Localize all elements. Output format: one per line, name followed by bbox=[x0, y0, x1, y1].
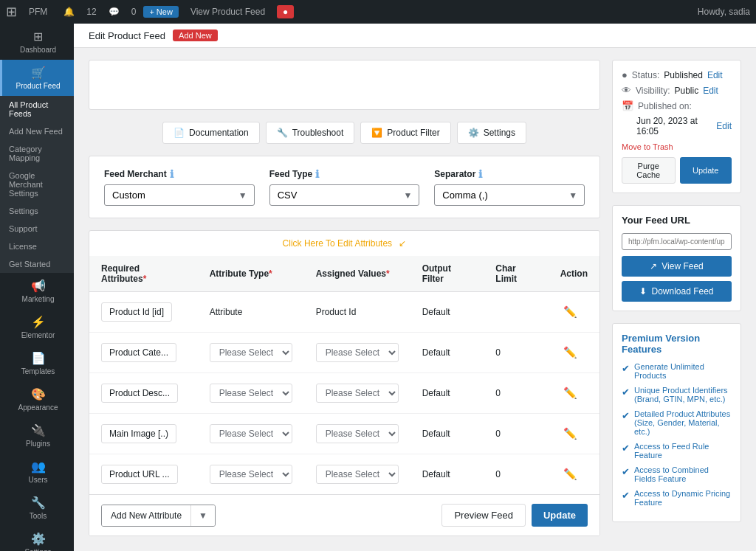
assigned-value-select[interactable]: Please Select bbox=[316, 343, 399, 362]
product-filter-tab[interactable]: 🔽 Product Filter bbox=[360, 122, 450, 144]
add-new-badge[interactable]: Add New bbox=[173, 30, 218, 41]
edit-row-button[interactable]: ✏️ bbox=[560, 384, 580, 403]
sidebar-item-license[interactable]: License bbox=[0, 238, 74, 255]
sidebar-item-all-feeds[interactable]: All Product Feeds bbox=[0, 96, 74, 122]
check-icon: ✔ bbox=[622, 387, 630, 398]
attribute-name-button[interactable]: Product Cate... bbox=[101, 343, 176, 362]
attribute-name-button[interactable]: Product Desc... bbox=[101, 384, 178, 403]
status-edit-link[interactable]: Edit bbox=[707, 70, 723, 80]
edit-row-button[interactable]: ✏️ bbox=[560, 465, 580, 484]
feed-url-input[interactable] bbox=[622, 233, 732, 250]
premium-features-box: Premium Version Features ✔ Generate Unli… bbox=[612, 323, 741, 522]
separator-help-icon[interactable]: ℹ bbox=[478, 168, 482, 180]
edit-row-button[interactable]: ✏️ bbox=[560, 424, 580, 443]
sidebar-item-add-new-feed[interactable]: Add New Feed bbox=[0, 122, 74, 140]
premium-feature-link[interactable]: Access to Dynamic Pricing Feature bbox=[634, 489, 732, 507]
status-value: Published bbox=[664, 70, 703, 80]
sidebar-item-appearance[interactable]: 🎨 Appearance bbox=[0, 381, 74, 417]
sidebar-item-wp-settings[interactable]: ⚙️ Settings bbox=[0, 526, 74, 551]
sidebar-item-plugins[interactable]: 🔌 Plugins bbox=[0, 417, 74, 454]
separator-select[interactable]: Comma (,) bbox=[434, 184, 585, 206]
sidebar-item-dashboard[interactable]: ⊞ Dashboard bbox=[0, 24, 74, 60]
feed-merchant-select[interactable]: Custom bbox=[104, 184, 255, 206]
check-icon: ✔ bbox=[622, 490, 630, 501]
sidebar-item-support[interactable]: Support bbox=[0, 220, 74, 238]
feed-url-title: Your Feed URL bbox=[622, 215, 732, 226]
attribute-type-select[interactable]: Please Select bbox=[210, 384, 292, 403]
wp-logo-icon[interactable]: ⊞ bbox=[6, 4, 17, 20]
attribute-type-select[interactable]: Please Select bbox=[210, 465, 292, 484]
notif-count: 12 bbox=[86, 7, 96, 17]
page-header: Edit Product Feed Add New bbox=[74, 24, 756, 48]
view-product-feed-link[interactable]: View Product Feed bbox=[186, 7, 269, 17]
sidebar-item-tools[interactable]: 🔧 Tools bbox=[0, 490, 74, 526]
output-filter-cell: Default bbox=[410, 333, 484, 373]
edit-attributes-hint[interactable]: Click Here To Edit Attributes ↙ bbox=[89, 231, 599, 256]
published-on-edit-link[interactable]: Edit bbox=[716, 121, 732, 131]
publish-update-button[interactable]: Update bbox=[680, 157, 732, 184]
feed-type-label: Feed Type ℹ bbox=[269, 168, 420, 180]
sidebar-item-templates[interactable]: 📄 Templates bbox=[0, 345, 74, 381]
char-limit-cell: 0 bbox=[484, 414, 548, 454]
sidebar-item-product-feed[interactable]: 🛒 Product Feed bbox=[0, 60, 74, 96]
update-button[interactable]: Update bbox=[532, 504, 588, 527]
add-new-attribute-button[interactable]: Add New Attribute ▼ bbox=[101, 505, 216, 527]
preview-feed-button[interactable]: Preview Feed bbox=[441, 504, 525, 527]
premium-feature-link[interactable]: Detailed Product Attributes (Size, Gende… bbox=[634, 409, 732, 436]
sidebar-item-settings[interactable]: Settings bbox=[0, 202, 74, 220]
purge-cache-button[interactable]: Purge Cache bbox=[622, 157, 676, 184]
howdy-label: Howdy, sadia bbox=[698, 7, 750, 17]
comment-icon[interactable]: 💬 bbox=[104, 7, 124, 17]
visibility-edit-link[interactable]: Edit bbox=[703, 86, 718, 96]
assigned-value-select[interactable]: Please Select bbox=[316, 384, 399, 403]
elementor-icon: ⚡ bbox=[10, 315, 66, 329]
attribute-name-button[interactable]: Main Image [..) bbox=[101, 424, 176, 443]
settings-tab[interactable]: ⚙️ Settings bbox=[457, 122, 526, 144]
pfm-menu-item[interactable]: PFM bbox=[24, 7, 52, 17]
feed-status-indicator: ● bbox=[277, 5, 294, 18]
dashboard-icon: ⊞ bbox=[10, 30, 66, 44]
assigned-value-select[interactable]: Please Select bbox=[316, 424, 399, 443]
feed-title-input[interactable]: Alibaba Product Feed bbox=[104, 75, 585, 94]
view-feed-button[interactable]: ↗ View Feed bbox=[622, 256, 732, 277]
premium-feature-link[interactable]: Access to Feed Rule Feature bbox=[634, 442, 732, 460]
attribute-name-button[interactable]: Product URL ... bbox=[101, 465, 178, 484]
premium-feature-link[interactable]: Unique Product Identifiers (Brand, GTIN,… bbox=[634, 386, 732, 403]
move-to-trash-link[interactable]: Move to Trash bbox=[622, 142, 732, 151]
edit-row-button[interactable]: ✏️ bbox=[560, 343, 580, 362]
char-limit-header: Char Limit bbox=[484, 256, 548, 292]
download-feed-icon: ⬇ bbox=[639, 286, 647, 297]
merchant-help-icon[interactable]: ℹ bbox=[170, 168, 173, 180]
documentation-tab[interactable]: 📄 Documentation bbox=[162, 122, 260, 144]
troubleshoot-tab-label: Troubleshoot bbox=[292, 128, 344, 138]
feed-type-help-icon[interactable]: ℹ bbox=[315, 168, 319, 180]
sidebar-item-category-mapping[interactable]: Category Mapping bbox=[0, 140, 74, 167]
sidebar-item-marketing[interactable]: 📢 Marketing bbox=[0, 273, 74, 309]
bottom-right-actions: Preview Feed Update bbox=[441, 504, 588, 527]
premium-feature-link[interactable]: Generate Unlimited Products bbox=[634, 362, 732, 380]
sidebar-item-google-merchant[interactable]: Google Merchant Settings bbox=[0, 167, 74, 202]
edit-row-button[interactable]: ✏️ bbox=[560, 302, 580, 322]
settings-icon: ⚙️ bbox=[10, 532, 66, 546]
feed-type-select[interactable]: CSV bbox=[269, 184, 420, 206]
feed-type-field: Feed Type ℹ CSV ▼ bbox=[269, 168, 420, 206]
troubleshoot-tab[interactable]: 🔧 Troubleshoot bbox=[266, 122, 355, 144]
table-row: Main Image [..) Please Select Pleas bbox=[89, 414, 599, 454]
publish-box: ● Status: Published Edit 👁 Visibility: P… bbox=[612, 60, 741, 193]
premium-feature-link[interactable]: Access to Combined Fields Feature bbox=[634, 465, 732, 483]
attribute-type-select[interactable]: Please Select bbox=[210, 343, 292, 362]
sidebar-item-get-started[interactable]: Get Started bbox=[0, 255, 74, 273]
view-feed-icon: ↗ bbox=[650, 261, 657, 271]
download-feed-button[interactable]: ⬇ Download Feed bbox=[622, 281, 732, 302]
list-item: ✔ Unique Product Identifiers (Brand, GTI… bbox=[622, 386, 732, 403]
notif-icon[interactable]: 🔔 bbox=[59, 7, 79, 17]
sidebar-item-elementor[interactable]: ⚡ Elementor bbox=[0, 309, 74, 345]
published-on-value: Jun 20, 2023 at 16:05 bbox=[636, 116, 712, 136]
attribute-type-select[interactable]: Please Select bbox=[210, 424, 292, 443]
sidebar-item-users[interactable]: 👥 Users bbox=[0, 454, 74, 490]
feed-config: Feed Merchant ℹ Custom ▼ bbox=[89, 156, 600, 218]
new-button[interactable]: + New bbox=[143, 6, 179, 18]
attribute-name-button[interactable]: Product Id [id] bbox=[101, 302, 172, 322]
assigned-value-select[interactable]: Please Select bbox=[316, 465, 399, 484]
action-header: Action bbox=[549, 256, 599, 292]
